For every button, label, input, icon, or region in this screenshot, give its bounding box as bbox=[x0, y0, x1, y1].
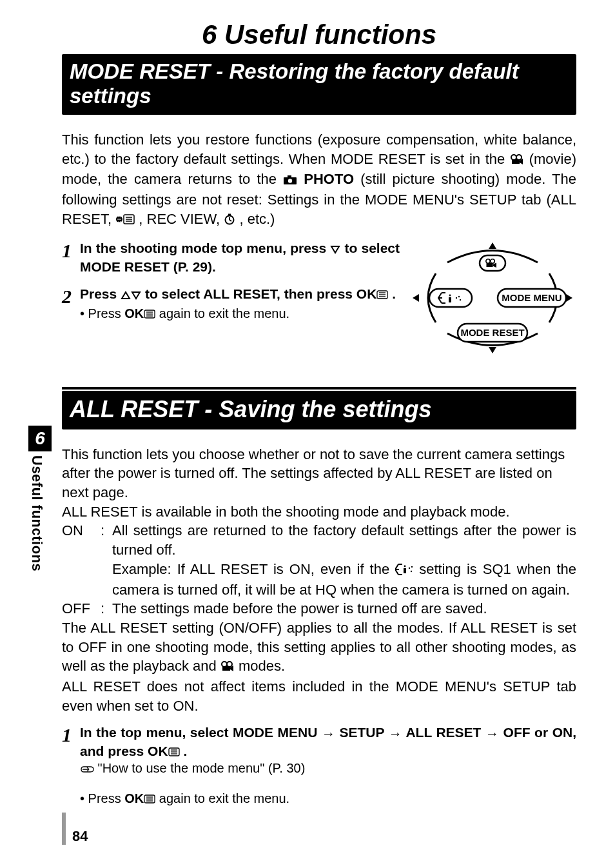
step-2-sub-pre: • Press bbox=[80, 306, 124, 321]
s2-step1-allreset: ALL RESET bbox=[405, 725, 485, 740]
page-footer: 84 bbox=[62, 813, 88, 845]
svg-point-38 bbox=[411, 566, 413, 567]
intro-text: , REC VIEW, bbox=[139, 211, 224, 227]
menu-dial-diagram: MODE MENU MODE RESET bbox=[409, 240, 576, 359]
svg-rect-42 bbox=[222, 666, 230, 671]
svg-rect-26 bbox=[487, 263, 493, 267]
chapter-title: 6 Useful functions bbox=[62, 19, 576, 50]
svg-point-35 bbox=[404, 565, 406, 567]
intro-text: , etc.) bbox=[239, 211, 275, 227]
svg-point-0 bbox=[511, 155, 516, 160]
svg-point-41 bbox=[227, 662, 232, 667]
on-val-1: All settings are returned to the factory… bbox=[112, 521, 576, 559]
s2-step1-setup: SETUP bbox=[339, 725, 388, 740]
colon: : bbox=[101, 521, 112, 599]
down-triangle-icon bbox=[330, 241, 340, 258]
svg-point-5 bbox=[288, 179, 292, 183]
ok-menu-icon: OK bbox=[124, 306, 155, 321]
svg-point-30 bbox=[456, 297, 457, 299]
page-number: 84 bbox=[72, 828, 88, 845]
p3-pre: The ALL RESET setting (ON/OFF) applies t… bbox=[62, 620, 576, 674]
quality-icon bbox=[395, 561, 413, 580]
svg-rect-4 bbox=[288, 175, 291, 178]
camera-icon bbox=[283, 171, 297, 190]
photo-label: PHOTO bbox=[304, 171, 354, 187]
all-reset-p1: This function lets you choose whether or… bbox=[62, 445, 576, 502]
section-heading-all-reset: ALL RESET - Saving the settings bbox=[62, 391, 576, 429]
step-2-sub-post: again to exit the menu. bbox=[159, 306, 289, 321]
arrow-right-icon: → bbox=[389, 725, 402, 742]
dial-bottom-label: MODE RESET bbox=[460, 327, 524, 338]
svg-rect-29 bbox=[449, 297, 451, 302]
step-number: 1 bbox=[62, 241, 80, 261]
svg-point-31 bbox=[458, 296, 460, 297]
p3-post: modes. bbox=[239, 658, 285, 674]
bullet-pre: • Press bbox=[80, 791, 124, 805]
svg-point-40 bbox=[222, 662, 227, 667]
mode-reset-intro: This function lets you restore functions… bbox=[62, 130, 576, 230]
page-content: 6 Useful functions MODE RESET - Restorin… bbox=[0, 0, 615, 806]
svg-point-32 bbox=[460, 299, 461, 301]
section-rule bbox=[62, 387, 576, 390]
all-reset-step-1: 1 In the top menu, select MODE MENU → SE… bbox=[62, 724, 576, 806]
step-2: 2 Press to select ALL RESET, then press … bbox=[62, 286, 400, 321]
on-row: ON : All settings are returned to the fa… bbox=[62, 521, 576, 599]
svg-line-13 bbox=[229, 220, 231, 221]
movie-icon bbox=[510, 151, 524, 170]
movie-icon bbox=[220, 658, 235, 677]
ok-menu-icon: OK bbox=[356, 286, 389, 301]
pointing-hand-icon bbox=[80, 762, 94, 777]
step-2-mid: to select ALL RESET, then press bbox=[145, 286, 356, 301]
step-number: 1 bbox=[62, 725, 80, 745]
svg-rect-36 bbox=[404, 568, 406, 573]
s2-step1-post: . bbox=[183, 744, 187, 758]
section-heading-mode-reset: MODE RESET - Restoring the factory defau… bbox=[62, 54, 576, 115]
mode-reset-steps: 1 In the shooting mode top menu, press t… bbox=[62, 240, 576, 359]
on-val-2-pre: Example: If ALL RESET is ON, even if the bbox=[112, 561, 395, 577]
step-2-pre: Press bbox=[80, 286, 121, 301]
down-triangle-icon bbox=[131, 287, 141, 304]
arrow-right-icon: → bbox=[485, 725, 499, 742]
all-reset-p3: The ALL RESET setting (ON/OFF) applies t… bbox=[62, 618, 576, 677]
svg-point-28 bbox=[449, 295, 451, 297]
svg-point-39 bbox=[411, 571, 412, 572]
intro-text: This function lets you restore functions… bbox=[62, 132, 576, 167]
svg-rect-14 bbox=[228, 213, 231, 215]
off-row: OFF : The settings made before the power… bbox=[62, 599, 576, 618]
dial-right-label: MODE MENU bbox=[502, 292, 561, 303]
step-number: 2 bbox=[62, 287, 80, 306]
all-reset-bullet: • Press OK again to exit the menu. bbox=[80, 791, 576, 806]
all-reset-p4: ALL RESET does not affect items included… bbox=[62, 677, 576, 715]
step-1-pre: In the shooting mode top menu, press bbox=[80, 241, 330, 255]
off-key: OFF bbox=[62, 599, 101, 618]
all-reset-p2: ALL RESET is available in both the shoot… bbox=[62, 502, 576, 522]
cross-ref-text: "How to use the mode menu" (P. 30) bbox=[98, 761, 306, 775]
all-reset-step-1-text: In the top menu, select MODE MENU → SETU… bbox=[80, 724, 576, 760]
ok-menu-icon: OK bbox=[148, 744, 180, 758]
s2-step1-pre: In the top menu, select MODE MENU bbox=[80, 725, 322, 740]
on-key: ON bbox=[62, 521, 101, 599]
arrow-right-icon: → bbox=[322, 725, 335, 742]
svg-point-37 bbox=[409, 567, 410, 569]
footer-bar bbox=[62, 813, 66, 845]
step-2-text: Press to select ALL RESET, then press OK… bbox=[80, 286, 400, 304]
clock-icon bbox=[224, 211, 235, 230]
cross-ref: "How to use the mode menu" (P. 30) bbox=[80, 761, 576, 777]
on-val-2: Example: If ALL RESET is ON, even if the… bbox=[112, 560, 576, 599]
ok-menu-icon: OK bbox=[124, 791, 155, 805]
step-1-text: In the shooting mode top menu, press to … bbox=[80, 240, 400, 275]
svg-point-1 bbox=[516, 155, 522, 160]
step-1: 1 In the shooting mode top menu, press t… bbox=[62, 240, 400, 275]
step-2-post: . bbox=[392, 286, 396, 301]
colon: : bbox=[101, 599, 112, 618]
off-val: The settings made before the power is tu… bbox=[112, 599, 576, 618]
up-triangle-icon bbox=[121, 287, 131, 304]
bullet-post: again to exit the menu. bbox=[159, 791, 289, 805]
language-menu-icon bbox=[115, 211, 135, 230]
svg-rect-2 bbox=[512, 159, 520, 164]
step-2-sub: • Press OK again to exit the menu. bbox=[80, 306, 400, 321]
